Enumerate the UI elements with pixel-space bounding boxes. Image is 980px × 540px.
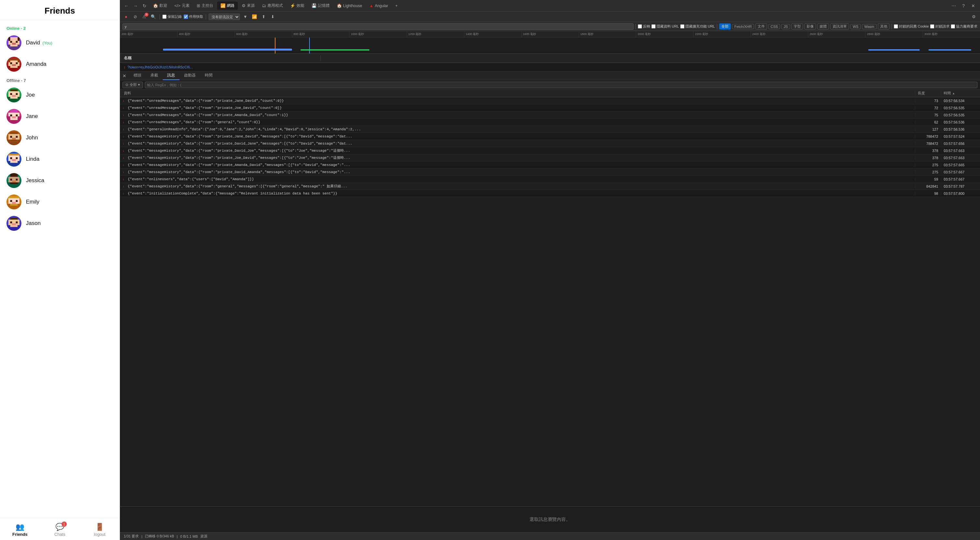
ws-close-button[interactable]: ✕ bbox=[120, 71, 129, 80]
tab-lighthouse[interactable]: 🏠 Lighthouse bbox=[334, 2, 366, 10]
vendor-request-checkbox[interactable]: 協力廠商要求 bbox=[951, 24, 977, 29]
friend-item-jessica[interactable]: Jessica bbox=[0, 170, 119, 191]
message-row[interactable]: ↓ {"event":"messageHistory","data":{"roo… bbox=[120, 154, 980, 161]
friend-item-john[interactable]: John bbox=[0, 127, 119, 148]
tab-network[interactable]: 📶 網路 bbox=[217, 2, 238, 10]
friend-item-joe[interactable]: Joe bbox=[0, 84, 119, 106]
tab-sources[interactable]: ⚙ 來源 bbox=[239, 2, 258, 10]
record-button[interactable]: ● bbox=[123, 13, 130, 21]
stop-button[interactable]: ⊘ bbox=[132, 13, 139, 21]
friend-item-jason[interactable]: Jason bbox=[0, 213, 119, 234]
message-row[interactable]: ↓ {"event":"messageHistory","data":{"roo… bbox=[120, 140, 980, 147]
topbar-close-icon[interactable]: ✕ bbox=[969, 2, 977, 10]
messages-filter-input[interactable] bbox=[145, 82, 977, 88]
disable-cache-checkbox[interactable]: 停用快取 bbox=[184, 14, 203, 19]
devtools-topbar: ← → ↻ 🏠 歡迎 </> 元素 ⊞ 主控台 📶 網路 ⚙ 來源 bbox=[120, 0, 980, 12]
tab-console[interactable]: ⊞ 主控台 bbox=[194, 2, 216, 10]
message-row[interactable]: ↓ {"event":"unreadMessages","data":{"roo… bbox=[120, 97, 980, 104]
nav-item-chats[interactable]: 💬 1 Chats bbox=[40, 521, 80, 539]
throttle-down-icon[interactable]: ▼ bbox=[242, 13, 249, 21]
tab-welcome[interactable]: 🏠 歡迎 bbox=[150, 2, 170, 10]
block-cookies-checkbox[interactable]: 封鎖的回應 Cookie bbox=[894, 24, 929, 29]
error-badge-button[interactable]: ⚠ 9 bbox=[141, 13, 148, 21]
upload-icon[interactable]: ⬆ bbox=[260, 13, 267, 21]
message-row[interactable]: ↓ {"event":"generalUnReadInfo","data":{"… bbox=[120, 126, 980, 133]
network-condition-icon[interactable]: 📶 bbox=[251, 13, 258, 21]
filter-tag-font[interactable]: 字型 bbox=[791, 23, 803, 30]
svg-rect-90 bbox=[10, 225, 18, 227]
filter-tag-css[interactable]: CSS bbox=[768, 24, 780, 29]
ws-tab-messages[interactable]: 訊息 bbox=[163, 71, 180, 80]
ws-tab-timing[interactable]: 時間 bbox=[200, 71, 217, 80]
search-button[interactable]: 🔍 bbox=[150, 13, 157, 21]
throttle-select[interactable]: 沒有節流設定 bbox=[209, 14, 240, 20]
filter-tag-doc[interactable]: 文件 bbox=[756, 23, 767, 30]
panel-header-row: 名稱 bbox=[120, 54, 980, 63]
tab-add[interactable]: + bbox=[392, 2, 401, 10]
filter-tag-media[interactable]: 媒體 bbox=[817, 23, 829, 30]
timeline-area[interactable]: 200 毫秒 400 毫秒 600 毫秒 800 毫秒 1000 毫秒 1200… bbox=[120, 31, 980, 54]
preserve-log-checkbox[interactable]: 保留記錄 bbox=[162, 14, 182, 19]
message-row[interactable]: ↓ {"event":"unreadMessages","data":{"roo… bbox=[120, 119, 980, 126]
hide-data-url-checkbox[interactable]: 隱藏資料 URL bbox=[651, 24, 679, 29]
friend-item-emily[interactable]: Emily bbox=[0, 191, 119, 213]
filter-tag-ws[interactable]: WS bbox=[850, 24, 861, 29]
topbar-forward-icon[interactable]: → bbox=[132, 2, 139, 10]
filter-tag-img[interactable]: 影像 bbox=[804, 23, 816, 30]
topbar-back-icon[interactable]: ← bbox=[123, 2, 130, 10]
filter-input[interactable] bbox=[123, 23, 633, 30]
message-row[interactable]: ↓ {"event":"onlineUsers","data":{"users"… bbox=[120, 176, 980, 183]
ws-tab-initiator[interactable]: 啟動器 bbox=[180, 71, 200, 80]
message-data: ↓ {"event":"initializationComplete","dat… bbox=[120, 191, 915, 196]
message-row[interactable]: ↓ {"event":"initializationComplete","dat… bbox=[120, 190, 980, 197]
filter-tag-js[interactable]: JS bbox=[781, 24, 790, 29]
filter-tag-manifest[interactable]: 資訊清單 bbox=[830, 23, 849, 30]
message-row[interactable]: ↓ {"event":"unreadMessages","data":{"roo… bbox=[120, 112, 980, 119]
message-row[interactable]: ↓ {"event":"unreadMessages","data":{"roo… bbox=[120, 104, 980, 112]
reverse-checkbox[interactable]: 反轉 bbox=[638, 24, 650, 29]
tab-memory[interactable]: 💾 記憶體 bbox=[308, 2, 333, 10]
name-col-header: 名稱 bbox=[120, 56, 321, 61]
message-row[interactable]: ↓ {"event":"messageHistory","data":{"roo… bbox=[120, 169, 980, 176]
filter-tag-all[interactable]: 全部 bbox=[719, 23, 731, 30]
svg-rect-9 bbox=[10, 47, 18, 51]
tab-application[interactable]: 🗂 應用程式 bbox=[259, 2, 286, 10]
friend-item-jane[interactable]: Jane bbox=[0, 106, 119, 127]
svg-rect-17 bbox=[18, 59, 20, 62]
message-arrow-icon: ↓ bbox=[123, 106, 126, 110]
tab-elements[interactable]: </> 元素 bbox=[171, 2, 193, 10]
friend-name-joe: Joe bbox=[26, 92, 35, 98]
filter-tag-wasm[interactable]: Wasm bbox=[862, 24, 877, 29]
filter-tag-fetch[interactable]: Fetch/XHR bbox=[732, 24, 754, 29]
elements-icon: </> bbox=[174, 3, 180, 8]
message-time: 03:57:57.656 bbox=[941, 142, 980, 145]
topbar-reload-icon[interactable]: ↻ bbox=[141, 2, 148, 10]
topbar-help-icon[interactable]: ? bbox=[959, 2, 968, 10]
message-row[interactable]: ↓ {"event":"messageHistory","data":{"roo… bbox=[120, 161, 980, 169]
topbar-more-icon[interactable]: ⋯ bbox=[950, 2, 958, 10]
friend-item-amanda[interactable]: Amanda bbox=[0, 54, 119, 75]
friend-name-linda: Linda bbox=[26, 156, 40, 162]
message-row[interactable]: ↓ {"event":"messageHistory","data":{"roo… bbox=[120, 147, 980, 154]
settings-icon[interactable]: ⚙ bbox=[970, 13, 977, 21]
filter-tag-other[interactable]: 其他 bbox=[878, 23, 889, 30]
messages-filter-all-button[interactable]: ⊙ 全部 ▾ bbox=[123, 82, 143, 88]
friend-item-david[interactable]: David (You) bbox=[0, 32, 119, 54]
tick-600: 600 毫秒 bbox=[235, 31, 292, 37]
ws-tab-headers[interactable]: 標頭 bbox=[129, 71, 146, 80]
message-row[interactable]: ↓ {"event":"messageHistory","data":{"roo… bbox=[120, 133, 980, 140]
tab-performance[interactable]: ⚡ 效能 bbox=[287, 2, 307, 10]
ws-tab-payload[interactable]: 承載 bbox=[146, 71, 163, 80]
friend-item-linda[interactable]: Linda bbox=[0, 148, 119, 170]
friends-list: Online - 2 bbox=[0, 20, 119, 518]
download-icon[interactable]: ⬇ bbox=[269, 13, 276, 21]
message-time: 03:57:57.800 bbox=[941, 191, 980, 196]
block-requests-checkbox[interactable]: 封鎖請求 bbox=[930, 24, 950, 29]
nav-item-friends[interactable]: 👥 Friends bbox=[0, 521, 40, 539]
svg-rect-53 bbox=[6, 140, 10, 145]
hide-ext-url-checkbox[interactable]: 隱藏擴充功能 URL bbox=[680, 24, 715, 29]
request-row[interactable]: ↕ ?token=eyJhbGciOiJIUzI1NiIsInR5cCI6... bbox=[120, 63, 980, 71]
message-row[interactable]: ↓ {"event":"messageHistory","data":{"roo… bbox=[120, 183, 980, 190]
nav-item-logout[interactable]: 🚪 logout bbox=[80, 521, 119, 539]
tab-angular[interactable]: ▲ Angular bbox=[366, 2, 391, 10]
